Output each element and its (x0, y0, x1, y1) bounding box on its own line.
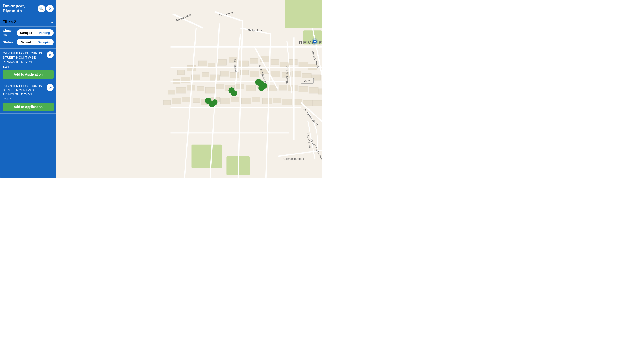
show-me-label: Show me (3, 29, 15, 36)
map-container[interactable]: A374 DEVO PORT Albany Street Fore Street… (56, 0, 322, 178)
svg-rect-61 (273, 98, 281, 103)
svg-point-113 (258, 85, 264, 91)
svg-rect-57 (231, 97, 239, 102)
result-item-2: G-LYNHER HOUSE CURTIS STREET, MOUNT WISE… (0, 81, 56, 114)
result-2-navigate-icon[interactable]: ➤ (46, 84, 54, 91)
svg-rect-5 (178, 70, 184, 75)
result-item-1-header: G-LYNHER HOUSE CURTIS STREET, MOUNT WISE… (3, 51, 54, 68)
svg-text:Phelps Road: Phelps Road (247, 29, 264, 32)
svg-rect-14 (270, 60, 279, 65)
svg-rect-9 (217, 60, 226, 65)
result-2-add-button[interactable]: Add to Application (3, 103, 54, 111)
svg-rect-49 (318, 89, 322, 95)
filter-controls: Show me Garages Parking Status Vacant Oc… (0, 27, 56, 49)
svg-rect-56 (220, 98, 230, 104)
close-icon[interactable]: ✕ (46, 5, 54, 12)
result-1-distance: 3199 ft (3, 65, 45, 68)
svg-text:A374: A374 (304, 80, 310, 82)
sidebar: Devonport, Plymouth 🔍 ✕ Filters 2 ▲ Show… (0, 0, 56, 178)
svg-text:Chapel Street: Chapel Street (285, 67, 289, 84)
svg-rect-41 (236, 84, 244, 89)
svg-rect-38 (205, 88, 215, 93)
result-1-add-button[interactable]: Add to Application (3, 70, 54, 79)
svg-rect-29 (270, 71, 280, 77)
show-me-filter-row: Show me Garages Parking (3, 29, 54, 36)
svg-rect-22 (202, 72, 209, 77)
svg-rect-31 (292, 71, 301, 77)
result-2-address: G-LYNHER HOUSE CURTIS STREET, MOUNT WISE… (3, 84, 45, 97)
parking-toggle[interactable]: Parking (35, 29, 54, 36)
svg-rect-7 (198, 61, 206, 66)
status-toggle-group: Vacant Occupied (17, 39, 54, 46)
show-me-toggle-group: Garages Parking (17, 29, 54, 36)
svg-rect-51 (172, 98, 181, 104)
svg-point-107 (212, 99, 218, 105)
status-filter-row: Status Vacant Occupied (3, 39, 54, 46)
svg-rect-62 (282, 99, 292, 105)
svg-point-92 (314, 41, 316, 43)
svg-rect-48 (309, 88, 318, 93)
svg-rect-16 (289, 60, 298, 65)
svg-rect-42 (246, 85, 256, 91)
filters-toggle-icon[interactable]: ▲ (50, 20, 54, 24)
filters-bar[interactable]: Filters 2 ▲ (0, 18, 56, 27)
result-item-2-header: G-LYNHER HOUSE CURTIS STREET, MOUNT WISE… (3, 84, 54, 101)
svg-rect-46 (288, 85, 298, 91)
filters-label: Filters 2 (3, 20, 16, 24)
garages-toggle[interactable]: Garages (17, 29, 35, 36)
location-title: Devonport, Plymouth (3, 4, 38, 14)
svg-rect-23 (210, 75, 219, 81)
svg-text:Clowance Street: Clowance Street (284, 157, 304, 161)
svg-rect-58 (242, 98, 251, 104)
svg-rect-52 (182, 97, 190, 102)
svg-rect-37 (197, 86, 204, 91)
svg-rect-50 (164, 100, 170, 105)
svg-rect-59 (252, 97, 260, 102)
svg-rect-45 (279, 85, 287, 90)
result-1-address: G-LYNHER HOUSE CURTIS STREET, MOUNT WISE… (3, 51, 45, 64)
header-icons: 🔍 ✕ (38, 5, 54, 12)
occupied-toggle[interactable]: Occupied (35, 39, 54, 46)
map-svg: A374 DEVO PORT Albany Street Fore Street… (56, 0, 322, 178)
svg-rect-65 (312, 100, 322, 106)
svg-text:PORT: PORT (318, 40, 322, 46)
sidebar-header: Devonport, Plymouth 🔍 ✕ (0, 0, 56, 18)
svg-rect-3 (191, 145, 222, 168)
result-2-distance: 3205 ft (3, 98, 45, 101)
result-item-1: G-LYNHER HOUSE CURTIS STREET, MOUNT WISE… (0, 49, 56, 81)
svg-point-109 (231, 90, 237, 96)
svg-rect-1 (284, 0, 322, 28)
svg-rect-53 (192, 98, 200, 103)
svg-rect-47 (298, 86, 308, 92)
svg-rect-17 (298, 62, 308, 68)
svg-rect-39 (216, 84, 224, 89)
svg-rect-12 (250, 58, 258, 64)
search-icon[interactable]: 🔍 (38, 5, 45, 12)
svg-rect-35 (176, 88, 186, 93)
results-list: G-LYNHER HOUSE CURTIS STREET, MOUNT WISE… (0, 49, 56, 178)
svg-rect-60 (262, 98, 272, 104)
svg-rect-8 (208, 63, 215, 68)
result-1-navigate-icon[interactable]: ➤ (46, 51, 54, 58)
status-label: Status (3, 40, 15, 44)
svg-rect-25 (230, 72, 239, 78)
svg-rect-27 (250, 71, 259, 77)
vacant-toggle[interactable]: Vacant (17, 39, 35, 46)
svg-rect-11 (239, 61, 248, 67)
svg-rect-24 (220, 71, 229, 76)
svg-rect-34 (168, 90, 175, 95)
